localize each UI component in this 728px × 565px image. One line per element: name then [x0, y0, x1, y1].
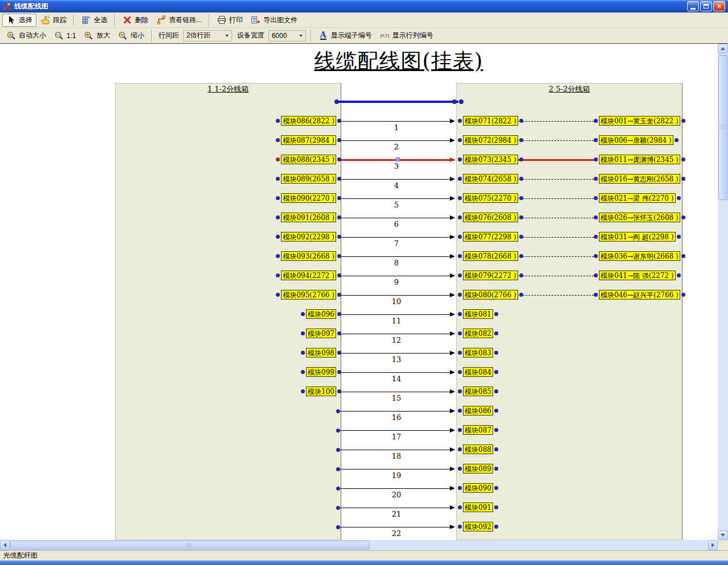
wire-line[interactable] — [338, 218, 454, 218]
wire-line[interactable] — [338, 334, 454, 334]
mid-module-box[interactable]: 模块074(2658 ) — [463, 174, 518, 184]
left-module-box[interactable]: 模块091(2608 ) — [281, 213, 336, 222]
restore-button[interactable] — [700, 1, 712, 11]
mid-module-box[interactable]: 模块089 — [463, 464, 493, 473]
far-module-box[interactable]: 模块026→张怀玉(2608 ) — [599, 213, 680, 222]
module-link-line[interactable] — [517, 159, 597, 161]
wire-line[interactable] — [338, 469, 454, 470]
wire-line[interactable] — [338, 527, 454, 527]
close-button[interactable]: × — [713, 1, 725, 11]
scroll-down-button[interactable] — [718, 530, 728, 540]
mid-module-box[interactable]: 模块083 — [463, 348, 493, 358]
left-module-box[interactable]: 模块095(2766 ) — [281, 290, 336, 300]
selection-handle[interactable] — [396, 157, 400, 161]
wire-line[interactable] — [338, 392, 454, 392]
mid-module-box[interactable]: 模块086 — [463, 406, 493, 416]
show-rowcol-number-button[interactable]: (X,Y) 显示行列编号 — [376, 29, 437, 42]
mid-module-box[interactable]: 模块076(2608 ) — [463, 213, 518, 222]
mid-module-box[interactable]: 模块092 — [463, 522, 493, 531]
diagram-canvas[interactable]: 线缆配线图(挂表) 1 1-2分线箱 2 5-2分线箱 模块086(2822 )… — [0, 44, 718, 540]
far-module-box[interactable]: 模块016→黄志刚(2658 ) — [599, 174, 680, 184]
mid-module-box[interactable]: 模块078(2668 ) — [463, 251, 518, 261]
export-image-button[interactable]: 导出图文件 — [247, 14, 301, 27]
left-module-box[interactable]: 模块099 — [306, 367, 336, 377]
wire-line[interactable] — [338, 140, 454, 141]
module-link-line[interactable] — [517, 121, 597, 122]
module-link-line[interactable] — [517, 218, 597, 218]
wire-line[interactable] — [338, 450, 454, 450]
zoom-auto-button[interactable]: A 自动大小 — [2, 29, 50, 42]
mid-module-box[interactable]: 模块082 — [463, 329, 493, 338]
mid-module-box[interactable]: 模块075(2270 ) — [463, 193, 518, 203]
scroll-up-button[interactable] — [718, 44, 728, 53]
left-module-box[interactable]: 模块092(2298 ) — [281, 232, 336, 242]
far-module-box[interactable]: 模块021→梁 伟(2270 ) — [599, 193, 676, 203]
wire-line[interactable] — [338, 353, 454, 354]
track-button[interactable]: 跟踪 — [36, 14, 71, 27]
left-module-box[interactable]: 模块088(2345 ) — [281, 155, 336, 164]
mid-module-box[interactable]: 模块084 — [463, 367, 493, 377]
left-module-box[interactable]: 模块090(2270 ) — [281, 193, 336, 203]
far-module-box[interactable]: 模块001→黄玉奎(2822 ) — [599, 116, 680, 126]
select-all-button[interactable]: 全选 — [77, 14, 111, 27]
wire-line[interactable] — [338, 411, 454, 412]
chevron-down-icon[interactable] — [297, 31, 305, 41]
wire-line[interactable] — [338, 179, 454, 180]
left-module-box[interactable]: 模块087(2984 ) — [281, 135, 336, 145]
zoom-in-button[interactable]: 放大 — [80, 29, 114, 42]
chevron-down-icon[interactable] — [223, 31, 231, 41]
module-link-line[interactable] — [517, 140, 597, 141]
far-module-box[interactable]: 模块036→谢东明(2668 ) — [599, 251, 680, 261]
left-module-box[interactable]: 模块094(2272 ) — [281, 271, 336, 280]
mid-module-box[interactable]: 模块072(2984 ) — [463, 135, 518, 145]
minimize-button[interactable] — [687, 1, 699, 11]
wire-line[interactable] — [338, 256, 454, 257]
module-link-line[interactable] — [517, 295, 597, 296]
vertical-scroll-thumb[interactable] — [718, 55, 727, 200]
far-module-box[interactable]: 模块041→陈 强(2272 ) — [599, 271, 676, 280]
wire-line[interactable] — [338, 314, 454, 315]
left-module-box[interactable]: 模块086(2822 ) — [281, 116, 336, 126]
module-link-line[interactable] — [517, 256, 597, 257]
row-spacing-combo[interactable]: 2倍行距 — [183, 30, 232, 41]
wire-line[interactable] — [338, 508, 454, 508]
show-terminal-number-button[interactable]: A 显示端子编号 — [315, 29, 376, 42]
far-module-box[interactable]: 模块011→庞渊博(2345 ) — [599, 155, 680, 164]
module-link-line[interactable] — [517, 179, 597, 180]
scroll-right-button[interactable] — [708, 540, 718, 550]
wire-line[interactable] — [338, 488, 454, 489]
mid-module-box[interactable]: 模块073(2345 ) — [463, 155, 518, 164]
mid-module-box[interactable]: 模块091 — [463, 502, 493, 512]
wire-line[interactable] — [338, 276, 454, 276]
wire-line[interactable] — [338, 121, 454, 122]
far-module-box[interactable]: 模块006→唐颖(2984 ) — [599, 135, 673, 145]
device-width-combo[interactable]: 6000 — [268, 30, 306, 41]
module-link-line[interactable] — [517, 237, 597, 238]
left-module-box[interactable]: 模块098 — [306, 348, 336, 358]
trunk-cable-line[interactable] — [338, 101, 458, 103]
scroll-left-button[interactable] — [0, 540, 10, 550]
wire-line[interactable] — [338, 372, 454, 373]
wire-line[interactable] — [338, 237, 454, 238]
horizontal-scrollbar[interactable] — [0, 540, 718, 550]
wire-line[interactable] — [338, 198, 454, 199]
mid-module-box[interactable]: 模块087 — [463, 425, 493, 435]
mid-module-box[interactable]: 模块090 — [463, 483, 493, 493]
left-module-box[interactable]: 模块096 — [306, 309, 336, 319]
wire-line[interactable] — [338, 430, 454, 431]
select-button[interactable]: 选择 — [2, 14, 36, 27]
print-button[interactable]: 打印 — [213, 14, 247, 27]
mid-module-box[interactable]: 模块080(2766 ) — [463, 290, 518, 300]
module-link-line[interactable] — [517, 198, 597, 199]
zoom-actual-button[interactable]: 1:1 1:1 — [50, 29, 80, 42]
view-link-button[interactable]: 查看链路... — [152, 14, 206, 27]
left-module-box[interactable]: 模块100 — [306, 387, 336, 396]
delete-button[interactable]: 删除 — [118, 14, 152, 27]
vertical-scrollbar[interactable] — [718, 44, 728, 540]
wire-line[interactable] — [338, 295, 454, 296]
left-module-box[interactable]: 模块093(2668 ) — [281, 251, 336, 261]
mid-module-box[interactable]: 模块081 — [463, 309, 493, 319]
mid-module-box[interactable]: 模块071(2822 ) — [463, 116, 518, 126]
left-module-box[interactable]: 模块089(2658 ) — [281, 174, 336, 184]
zoom-out-button[interactable]: 缩小 — [114, 29, 148, 42]
